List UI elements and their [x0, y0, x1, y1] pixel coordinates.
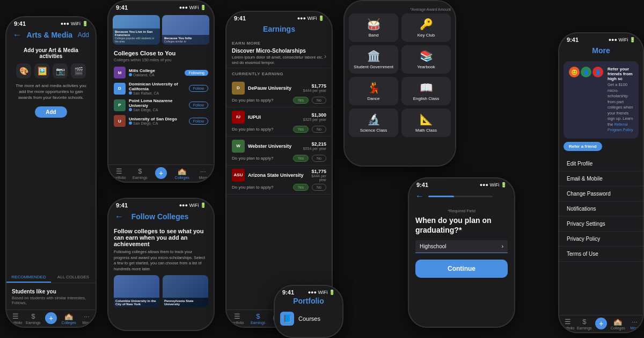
tab-p4-portfolio[interactable]: ☰Portfolio [226, 312, 247, 325]
tab-all-colleges[interactable]: ALL COLLEGES [51, 272, 96, 283]
tab-colleges-1[interactable]: 🏫 Colleges [60, 312, 78, 325]
depauw-per-year: $444 per year [295, 89, 326, 92]
tab-p2-portfolio[interactable]: ☰Portfolio [108, 167, 129, 179]
activity-key-club[interactable]: 🔑 Key Club [401, 13, 451, 42]
phone-follow-colleges: 9:41 ●●● WiFi 🔋 ← Follow Colleges Follow… [107, 198, 215, 331]
pointloma-follow-btn[interactable]: Follow [189, 102, 208, 109]
webster-no-btn[interactable]: No [312, 155, 326, 162]
menu-privacy-settings[interactable]: Privacy Settings [559, 217, 643, 232]
courses-item[interactable]: 📘 Courses [280, 312, 337, 326]
university-card-webster: W Webster University $2,215 $554 per yea… [226, 136, 332, 166]
asu-no-btn[interactable]: No [312, 184, 326, 191]
tab-p6-add[interactable]: + [592, 318, 609, 330]
arts-add-button[interactable]: Add [35, 106, 67, 118]
tab-p6-portfolio[interactable]: ☰Portfolio [559, 318, 576, 330]
mills-logo: M [114, 67, 126, 78]
activity-yearbook[interactable]: 📚 Yearbook [401, 45, 451, 74]
refer-friend-button[interactable]: Refer a friend [564, 142, 602, 151]
students-sub: Based on students with similar intereste… [12, 296, 90, 305]
activity-student-gov[interactable]: 🏛️ Student Government [349, 45, 398, 74]
currently-earning-label: CURRENTLY EARNING [226, 68, 332, 78]
webster-amount: $2,215 [295, 141, 326, 147]
tab-more-label: More [82, 321, 91, 325]
menu-edit-profile[interactable]: Edit Profile [559, 156, 643, 171]
tab-add-1[interactable]: + [42, 312, 60, 325]
img1-label: Because You Live in San Francisco [115, 30, 158, 37]
band-label: Band [369, 33, 379, 38]
science-icon: 🔬 [367, 113, 380, 126]
pointloma-location: San Diego, CA [129, 108, 186, 112]
follow-colleges-heading: Follow colleges to see what you can earn… [114, 228, 208, 247]
tab-p2-colleges[interactable]: 🏫Colleges [172, 167, 193, 179]
more-menu-list: Edit Profile Email & Mobile Change Passw… [559, 154, 643, 264]
tab-p2-add[interactable]: + [150, 167, 171, 179]
tab-p6-colleges[interactable]: 🏫Colleges [610, 318, 626, 330]
asu-apply-label: Do you plan to apply? [232, 185, 290, 190]
tab-bar-1: ☰ Portfolio $ Earnings + 🏫 Colleges ··· … [6, 310, 96, 327]
activity-dance[interactable]: 💃 Dance [349, 77, 398, 105]
activity-english[interactable]: 📖 English Class [401, 77, 451, 105]
discover-row[interactable]: Discover Micro-Scholarships Lorem ipsum … [232, 48, 326, 66]
tab-portfolio-1[interactable]: ☰ Portfolio [6, 312, 24, 325]
status-icons-1: ●●●WiFi🔋 [61, 21, 88, 26]
add-nav-button[interactable]: Add [78, 31, 89, 39]
art-icon-film: 🎬 [71, 63, 86, 78]
menu-privacy-policy[interactable]: Privacy Policy [559, 232, 643, 247]
dominican-logo: D [114, 83, 126, 95]
activity-science[interactable]: 🔬 Science Class [349, 109, 398, 137]
avatar-2: 👤 [581, 67, 591, 77]
usd-follow-btn[interactable]: Follow [189, 118, 208, 125]
dominican-location: San Rafael, CA [129, 91, 186, 95]
img2-sub: Colleges similar to [164, 40, 207, 43]
menu-terms-of-use[interactable]: Terms of Use [559, 247, 643, 262]
tab-bar-6: ☰Portfolio $Earnings + 🏫Colleges ···More [559, 315, 643, 332]
college-item-usd: U University of San Diego San Diego, CA … [114, 115, 208, 127]
tab-p2-more[interactable]: ···More [193, 167, 214, 179]
iupui-apply-row: Do you plan to apply? Yes No [232, 126, 326, 133]
tab-p2-earnings[interactable]: $Earnings [129, 167, 150, 179]
tab-earnings-1[interactable]: $ Earnings [24, 312, 42, 325]
mills-name: Mills College [129, 68, 181, 73]
tab-p6-more[interactable]: ···More [626, 318, 643, 330]
tab-p6-earnings[interactable]: $Earnings [576, 318, 592, 330]
tab-bar-2: ☰Portfolio $Earnings + 🏫Colleges ···More [108, 164, 214, 182]
continue-button[interactable]: Continue [415, 260, 508, 278]
back-button-1[interactable]: ← [13, 30, 21, 40]
menu-email-mobile[interactable]: Email & Mobile [559, 171, 643, 186]
tab-colleges-label: Colleges [62, 321, 76, 325]
math-icon: 📐 [420, 113, 433, 126]
pointloma-logo: P [114, 99, 126, 111]
iupui-no-btn[interactable]: No [312, 126, 326, 133]
tab-more-1[interactable]: ··· More [78, 312, 96, 325]
phone-colleges: 9:41 ●●● WiFi 🔋 Because You Live in San … [107, 0, 215, 183]
college-img-sf: Because You Live in San Francisco Colleg… [113, 15, 160, 45]
activity-band[interactable]: 🥁 Band [349, 13, 398, 42]
graduation-select[interactable]: Highschool › [415, 240, 508, 253]
colleges-section-title: Colleges Close to You [114, 50, 208, 56]
activity-math[interactable]: 📐 Math Class [401, 109, 451, 137]
tab-p4-earnings[interactable]: $Earnings [247, 312, 268, 325]
back-button-7[interactable]: ← [415, 191, 424, 201]
mills-location: Oakland, CA [129, 73, 181, 77]
back-button-3[interactable]: ← [115, 212, 123, 221]
webster-yes-btn[interactable]: Yes [293, 155, 309, 162]
avg-award-label: *Average Award Amount [349, 8, 451, 11]
usd-name: University of San Diego [129, 117, 186, 121]
depauw-name: DePauw University [248, 85, 291, 91]
dominican-follow-btn[interactable]: Follow [189, 85, 208, 92]
mills-follow-btn[interactable]: Following [185, 70, 208, 76]
iupui-yes-btn[interactable]: Yes [293, 126, 309, 133]
add-center-button[interactable]: + [45, 312, 57, 324]
art-icon-paint: 🎨 [16, 63, 31, 78]
menu-notifications[interactable]: Notifications [559, 202, 643, 217]
earn-more-label: EARN MORE [232, 41, 326, 46]
depauw-no-btn[interactable]: No [312, 97, 326, 104]
menu-change-password[interactable]: Change Password [559, 186, 643, 202]
iupui-logo: IU [232, 111, 245, 124]
nav-title-1: Arts & Media [21, 31, 78, 39]
depauw-yes-btn[interactable]: Yes [293, 97, 309, 104]
iupui-apply-label: Do you plan to apply? [232, 127, 290, 132]
tab-recommended[interactable]: RECOMMENDED [6, 272, 51, 283]
dance-label: Dance [367, 96, 379, 101]
asu-yes-btn[interactable]: Yes [293, 184, 309, 191]
